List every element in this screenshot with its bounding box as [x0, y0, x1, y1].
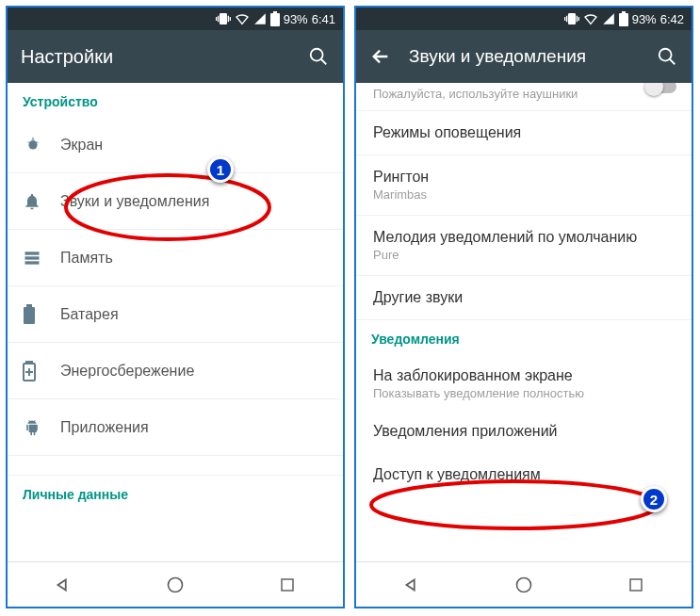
battery-icon — [619, 11, 628, 26]
vibrate-icon — [564, 11, 579, 26]
sound-settings-list: Пожалуйста, используйте наушники Режимы … — [356, 83, 692, 561]
battery-percent: 93% — [284, 12, 308, 26]
page-title: Звуки и уведомления — [409, 46, 639, 67]
signal-icon — [602, 12, 615, 25]
home-button[interactable] — [164, 574, 187, 596]
status-bar: 93% 6:41 — [8, 8, 343, 30]
row-notif-access[interactable]: Доступ к уведомлениям — [356, 453, 692, 496]
row-label: Звуки и уведомления — [60, 193, 328, 210]
back-button[interactable] — [400, 574, 423, 596]
row-label: Мелодия уведомлений по умолчанию — [373, 229, 675, 246]
svg-rect-16 — [622, 11, 626, 13]
row-sub: Показывать уведомление полностью — [373, 386, 675, 400]
svg-point-17 — [659, 49, 672, 61]
row-ringtone[interactable]: Рингтон Marimbas — [356, 155, 692, 216]
app-bar: Настройки — [8, 30, 343, 83]
battery-icon — [270, 11, 280, 26]
row-storage[interactable]: Память — [8, 230, 343, 286]
row-label: Память — [60, 250, 328, 267]
svg-rect-21 — [630, 579, 642, 591]
svg-line-3 — [321, 59, 327, 65]
row-label: Режимы оповещения — [373, 124, 675, 141]
row-powersave[interactable]: Энергосбережение — [8, 343, 343, 399]
row-label: Уведомления приложений — [373, 423, 675, 440]
wifi-icon — [583, 11, 598, 26]
partial-sub: Пожалуйста, используйте наушники — [373, 87, 675, 101]
svg-rect-5 — [25, 251, 40, 254]
search-button[interactable] — [307, 45, 330, 68]
section-device: Устройство — [8, 83, 343, 117]
settings-list: Устройство Экран Звуки и уведомления Пам… — [8, 83, 343, 561]
row-label: Экран — [60, 137, 328, 154]
row-notif-sound[interactable]: Мелодия уведомлений по умолчанию Pure — [356, 216, 692, 276]
svg-point-2 — [311, 49, 323, 61]
row-display[interactable]: Экран — [8, 117, 343, 173]
battery-percent: 93% — [632, 12, 657, 26]
badge-2: 2 — [641, 486, 667, 512]
svg-rect-14 — [282, 579, 293, 591]
row-label: На заблокированном экране — [373, 367, 675, 384]
svg-rect-7 — [25, 261, 40, 264]
svg-rect-6 — [25, 256, 40, 259]
svg-point-4 — [28, 140, 37, 149]
page-title: Настройки — [21, 46, 290, 68]
svg-rect-0 — [270, 13, 280, 26]
svg-line-18 — [670, 59, 676, 65]
svg-rect-15 — [619, 13, 628, 26]
back-button[interactable] — [52, 574, 74, 596]
storage-icon — [23, 249, 60, 267]
row-label: Другие звуки — [373, 289, 675, 306]
section-personal: Личные данные — [8, 475, 343, 510]
brightness-icon — [23, 135, 60, 155]
row-sub: Pure — [373, 248, 675, 262]
toggle-switch[interactable] — [644, 83, 676, 96]
row-apps[interactable]: Приложения — [8, 399, 343, 456]
row-label: Приложения — [60, 419, 328, 436]
vibrate-icon — [216, 11, 231, 26]
row-lockscreen[interactable]: На заблокированном экране Показывать уве… — [356, 354, 692, 410]
search-button[interactable] — [656, 45, 678, 68]
svg-rect-11 — [26, 361, 32, 364]
clock: 6:41 — [312, 12, 335, 26]
home-button[interactable] — [513, 574, 535, 596]
battery-icon — [23, 304, 60, 325]
row-label: Доступ к уведомлениям — [373, 466, 675, 483]
signal-icon — [253, 12, 267, 25]
row-sub: Marimbas — [373, 187, 675, 202]
back-arrow-button[interactable] — [369, 45, 392, 68]
svg-point-20 — [516, 577, 530, 592]
nav-bar — [8, 561, 343, 607]
recents-button[interactable] — [276, 574, 299, 596]
phone-right: 93% 6:42 Звуки и уведомления Пожалуйста,… — [354, 6, 693, 608]
row-label: Батарея — [60, 306, 328, 323]
row-app-notifications[interactable]: Уведомления приложений — [356, 410, 692, 453]
row-alert-modes[interactable]: Режимы оповещения — [356, 111, 692, 155]
phone-left: 93% 6:41 Настройки Устройство Экран Звук… — [6, 6, 345, 608]
section-notifications: Уведомления — [356, 320, 692, 354]
row-battery[interactable]: Батарея — [8, 286, 343, 343]
battery-saver-icon — [23, 361, 60, 381]
clock: 6:42 — [660, 12, 684, 26]
svg-rect-9 — [26, 304, 32, 307]
partial-row[interactable]: Пожалуйста, используйте наушники — [356, 83, 692, 111]
badge-1: 1 — [207, 156, 234, 183]
recents-button[interactable] — [625, 574, 647, 596]
bell-icon — [23, 192, 60, 211]
android-icon — [23, 418, 60, 437]
row-label: Энергосбережение — [60, 363, 328, 380]
svg-point-13 — [168, 577, 182, 592]
row-label: Рингтон — [373, 169, 675, 186]
svg-rect-8 — [24, 307, 35, 324]
row-sound[interactable]: Звуки и уведомления — [8, 173, 343, 230]
svg-rect-1 — [273, 11, 277, 13]
row-other-sounds[interactable]: Другие звуки — [356, 276, 692, 320]
app-bar: Звуки и уведомления — [356, 30, 692, 83]
wifi-icon — [235, 11, 250, 26]
status-bar: 93% 6:42 — [356, 8, 692, 30]
nav-bar — [356, 561, 692, 607]
